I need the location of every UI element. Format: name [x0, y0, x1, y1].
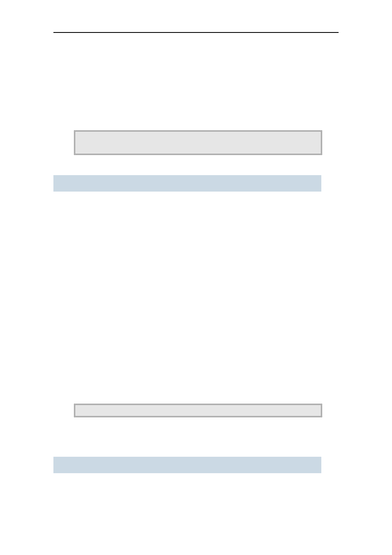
- spacer: [53, 33, 339, 130]
- spacer: [53, 417, 339, 457]
- section-bar-1: [53, 175, 321, 192]
- page-content: [0, 33, 392, 473]
- code-block-1: [74, 130, 322, 155]
- spacer: [53, 192, 339, 404]
- spacer: [53, 155, 339, 175]
- document-page: [0, 0, 392, 473]
- section-bar-2: [53, 457, 321, 473]
- code-block-2: [74, 404, 322, 417]
